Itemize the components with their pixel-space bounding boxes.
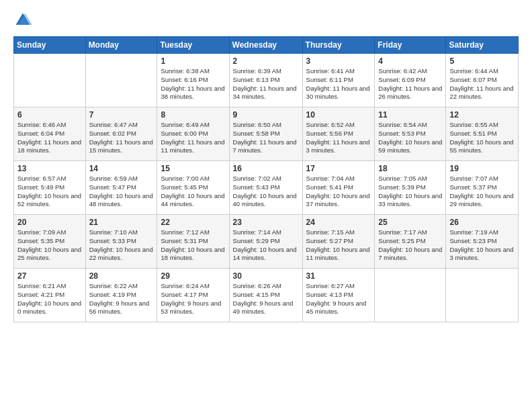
calendar-cell: 24Sunrise: 7:15 AM Sunset: 5:27 PM Dayli… bbox=[302, 215, 375, 269]
day-number: 3 bbox=[306, 56, 371, 66]
day-number: 14 bbox=[89, 164, 154, 173]
weekday-header-row: SundayMondayTuesdayWednesdayThursdayFrid… bbox=[14, 37, 519, 54]
calendar-cell: 12Sunrise: 6:55 AM Sunset: 5:51 PM Dayli… bbox=[446, 107, 519, 161]
day-info: Sunrise: 6:26 AM Sunset: 4:15 PM Dayligh… bbox=[233, 282, 299, 316]
day-info: Sunrise: 6:41 AM Sunset: 6:11 PM Dayligh… bbox=[306, 67, 371, 101]
day-number: 28 bbox=[89, 271, 154, 281]
day-number: 15 bbox=[161, 164, 225, 173]
calendar-cell: 9Sunrise: 6:50 AM Sunset: 5:58 PM Daylig… bbox=[229, 107, 302, 161]
day-info: Sunrise: 6:57 AM Sunset: 5:49 PM Dayligh… bbox=[17, 175, 82, 209]
day-info: Sunrise: 7:00 AM Sunset: 5:45 PM Dayligh… bbox=[161, 175, 225, 209]
week-row-2: 6Sunrise: 6:46 AM Sunset: 6:04 PM Daylig… bbox=[14, 107, 519, 161]
day-info: Sunrise: 6:22 AM Sunset: 4:19 PM Dayligh… bbox=[89, 282, 154, 316]
calendar-cell: 28Sunrise: 6:22 AM Sunset: 4:19 PM Dayli… bbox=[85, 269, 157, 322]
day-info: Sunrise: 6:27 AM Sunset: 4:13 PM Dayligh… bbox=[306, 282, 371, 316]
day-info: Sunrise: 7:15 AM Sunset: 5:27 PM Dayligh… bbox=[306, 228, 371, 263]
day-info: Sunrise: 7:07 AM Sunset: 5:37 PM Dayligh… bbox=[449, 175, 515, 209]
day-info: Sunrise: 7:05 AM Sunset: 5:39 PM Dayligh… bbox=[378, 175, 442, 209]
day-number: 20 bbox=[17, 218, 82, 227]
calendar-cell: 22Sunrise: 7:12 AM Sunset: 5:31 PM Dayli… bbox=[157, 215, 229, 269]
day-info: Sunrise: 7:02 AM Sunset: 5:43 PM Dayligh… bbox=[233, 175, 299, 209]
day-number: 4 bbox=[378, 56, 442, 66]
week-row-5: 27Sunrise: 6:21 AM Sunset: 4:21 PM Dayli… bbox=[14, 269, 519, 322]
calendar-cell: 1Sunrise: 6:38 AM Sunset: 6:16 PM Daylig… bbox=[157, 54, 229, 107]
day-number: 5 bbox=[449, 56, 515, 66]
day-info: Sunrise: 6:52 AM Sunset: 5:56 PM Dayligh… bbox=[306, 121, 371, 155]
calendar-cell bbox=[14, 54, 86, 107]
day-number: 6 bbox=[17, 110, 82, 120]
day-number: 16 bbox=[233, 164, 299, 173]
calendar-cell: 25Sunrise: 7:17 AM Sunset: 5:25 PM Dayli… bbox=[375, 215, 446, 269]
day-number: 27 bbox=[17, 271, 82, 281]
day-info: Sunrise: 6:54 AM Sunset: 5:53 PM Dayligh… bbox=[378, 121, 442, 155]
day-info: Sunrise: 6:42 AM Sunset: 6:09 PM Dayligh… bbox=[378, 67, 442, 101]
weekday-header-friday: Friday bbox=[375, 37, 446, 54]
day-info: Sunrise: 7:10 AM Sunset: 5:33 PM Dayligh… bbox=[89, 228, 154, 263]
day-info: Sunrise: 6:38 AM Sunset: 6:16 PM Dayligh… bbox=[161, 67, 225, 101]
week-row-1: 1Sunrise: 6:38 AM Sunset: 6:16 PM Daylig… bbox=[14, 54, 519, 107]
calendar-cell bbox=[446, 269, 519, 322]
day-number: 30 bbox=[233, 271, 299, 281]
day-info: Sunrise: 6:50 AM Sunset: 5:58 PM Dayligh… bbox=[233, 121, 299, 155]
day-number: 19 bbox=[449, 164, 515, 173]
day-number: 1 bbox=[161, 56, 225, 66]
calendar-cell: 7Sunrise: 6:47 AM Sunset: 6:02 PM Daylig… bbox=[85, 107, 157, 161]
weekday-header-monday: Monday bbox=[85, 37, 157, 54]
calendar-cell: 17Sunrise: 7:04 AM Sunset: 5:41 PM Dayli… bbox=[302, 161, 375, 215]
day-number: 22 bbox=[161, 218, 225, 227]
day-number: 26 bbox=[449, 218, 515, 227]
calendar-cell: 10Sunrise: 6:52 AM Sunset: 5:56 PM Dayli… bbox=[302, 107, 375, 161]
calendar-cell: 19Sunrise: 7:07 AM Sunset: 5:37 PM Dayli… bbox=[446, 161, 519, 215]
calendar-cell: 21Sunrise: 7:10 AM Sunset: 5:33 PM Dayli… bbox=[85, 215, 157, 269]
day-number: 18 bbox=[378, 164, 442, 173]
logo-icon bbox=[13, 11, 32, 30]
day-number: 7 bbox=[89, 110, 154, 120]
calendar-cell: 8Sunrise: 6:49 AM Sunset: 6:00 PM Daylig… bbox=[157, 107, 229, 161]
calendar-cell: 30Sunrise: 6:26 AM Sunset: 4:15 PM Dayli… bbox=[229, 269, 302, 322]
calendar-cell: 27Sunrise: 6:21 AM Sunset: 4:21 PM Dayli… bbox=[14, 269, 86, 322]
page: SundayMondayTuesdayWednesdayThursdayFrid… bbox=[0, 0, 532, 411]
day-number: 31 bbox=[306, 271, 371, 281]
weekday-header-wednesday: Wednesday bbox=[229, 37, 302, 54]
day-number: 21 bbox=[89, 218, 154, 227]
calendar-cell: 23Sunrise: 7:14 AM Sunset: 5:29 PM Dayli… bbox=[229, 215, 302, 269]
day-info: Sunrise: 7:12 AM Sunset: 5:31 PM Dayligh… bbox=[161, 228, 225, 263]
day-info: Sunrise: 6:21 AM Sunset: 4:21 PM Dayligh… bbox=[17, 282, 82, 316]
calendar-cell: 26Sunrise: 7:19 AM Sunset: 5:23 PM Dayli… bbox=[446, 215, 519, 269]
weekday-header-sunday: Sunday bbox=[14, 37, 86, 54]
day-info: Sunrise: 6:24 AM Sunset: 4:17 PM Dayligh… bbox=[161, 282, 225, 316]
week-row-3: 13Sunrise: 6:57 AM Sunset: 5:49 PM Dayli… bbox=[14, 161, 519, 215]
day-info: Sunrise: 6:39 AM Sunset: 6:13 PM Dayligh… bbox=[233, 67, 299, 101]
day-info: Sunrise: 7:17 AM Sunset: 5:25 PM Dayligh… bbox=[378, 228, 442, 263]
calendar-cell: 4Sunrise: 6:42 AM Sunset: 6:09 PM Daylig… bbox=[375, 54, 446, 107]
day-info: Sunrise: 6:49 AM Sunset: 6:00 PM Dayligh… bbox=[161, 121, 225, 155]
calendar-cell: 15Sunrise: 7:00 AM Sunset: 5:45 PM Dayli… bbox=[157, 161, 229, 215]
day-info: Sunrise: 6:46 AM Sunset: 6:04 PM Dayligh… bbox=[17, 121, 82, 155]
calendar-cell: 31Sunrise: 6:27 AM Sunset: 4:13 PM Dayli… bbox=[302, 269, 375, 322]
day-info: Sunrise: 6:47 AM Sunset: 6:02 PM Dayligh… bbox=[89, 121, 154, 155]
logo bbox=[13, 11, 34, 30]
day-number: 2 bbox=[233, 56, 299, 66]
day-number: 11 bbox=[378, 110, 442, 120]
calendar-cell: 2Sunrise: 6:39 AM Sunset: 6:13 PM Daylig… bbox=[229, 54, 302, 107]
day-info: Sunrise: 7:09 AM Sunset: 5:35 PM Dayligh… bbox=[17, 228, 82, 263]
calendar-cell: 6Sunrise: 6:46 AM Sunset: 6:04 PM Daylig… bbox=[14, 107, 86, 161]
calendar-cell: 5Sunrise: 6:44 AM Sunset: 6:07 PM Daylig… bbox=[446, 54, 519, 107]
day-number: 9 bbox=[233, 110, 299, 120]
day-number: 23 bbox=[233, 218, 299, 227]
week-row-4: 20Sunrise: 7:09 AM Sunset: 5:35 PM Dayli… bbox=[14, 215, 519, 269]
day-number: 17 bbox=[306, 164, 371, 173]
calendar-cell: 14Sunrise: 6:59 AM Sunset: 5:47 PM Dayli… bbox=[85, 161, 157, 215]
calendar-table: SundayMondayTuesdayWednesdayThursdayFrid… bbox=[13, 36, 519, 322]
day-number: 10 bbox=[306, 110, 371, 120]
weekday-header-saturday: Saturday bbox=[446, 37, 519, 54]
calendar-cell: 11Sunrise: 6:54 AM Sunset: 5:53 PM Dayli… bbox=[375, 107, 446, 161]
day-number: 29 bbox=[161, 271, 225, 281]
calendar-cell: 20Sunrise: 7:09 AM Sunset: 5:35 PM Dayli… bbox=[14, 215, 86, 269]
day-info: Sunrise: 7:19 AM Sunset: 5:23 PM Dayligh… bbox=[449, 228, 515, 263]
calendar-cell: 16Sunrise: 7:02 AM Sunset: 5:43 PM Dayli… bbox=[229, 161, 302, 215]
calendar-cell bbox=[85, 54, 157, 107]
day-info: Sunrise: 7:04 AM Sunset: 5:41 PM Dayligh… bbox=[306, 175, 371, 209]
day-info: Sunrise: 6:55 AM Sunset: 5:51 PM Dayligh… bbox=[449, 121, 515, 155]
calendar-cell: 3Sunrise: 6:41 AM Sunset: 6:11 PM Daylig… bbox=[302, 54, 375, 107]
